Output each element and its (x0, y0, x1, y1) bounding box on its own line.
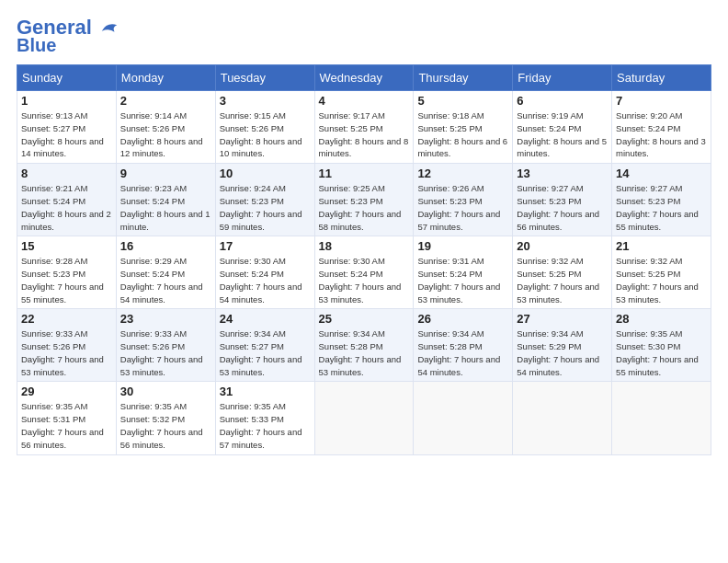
day-cell-7: 7 Sunrise: 9:20 AM Sunset: 5:24 PM Dayli… (612, 91, 711, 164)
weekday-header-saturday: Saturday (612, 65, 711, 91)
empty-cell (414, 382, 513, 454)
day-info: Sunrise: 9:27 AM Sunset: 5:23 PM Dayligh… (517, 182, 608, 233)
day-info: Sunrise: 9:28 AM Sunset: 5:23 PM Dayligh… (21, 255, 112, 305)
day-info: Sunrise: 9:23 AM Sunset: 5:24 PM Dayligh… (120, 182, 211, 233)
day-cell-9: 9 Sunrise: 9:23 AM Sunset: 5:24 PM Dayli… (116, 164, 215, 236)
day-info: Sunrise: 9:29 AM Sunset: 5:24 PM Dayligh… (120, 255, 211, 305)
day-info: Sunrise: 9:33 AM Sunset: 5:26 PM Dayligh… (120, 327, 211, 378)
day-cell-23: 23 Sunrise: 9:33 AM Sunset: 5:26 PM Dayl… (116, 309, 215, 382)
empty-cell (314, 382, 414, 454)
day-number: 17 (220, 239, 311, 253)
weekday-header-sunday: Sunday (17, 65, 117, 91)
day-number: 3 (220, 94, 311, 108)
day-cell-2: 2 Sunrise: 9:14 AM Sunset: 5:26 PM Dayli… (116, 91, 215, 164)
page-header: General Blue (17, 17, 711, 55)
day-number: 8 (21, 167, 112, 180)
day-cell-13: 13 Sunrise: 9:27 AM Sunset: 5:23 PM Dayl… (513, 164, 612, 236)
day-info: Sunrise: 9:35 AM Sunset: 5:33 PM Dayligh… (220, 400, 311, 451)
day-info: Sunrise: 9:27 AM Sunset: 5:23 PM Dayligh… (616, 182, 707, 233)
day-cell-4: 4 Sunrise: 9:17 AM Sunset: 5:25 PM Dayli… (314, 91, 414, 164)
day-cell-12: 12 Sunrise: 9:26 AM Sunset: 5:23 PM Dayl… (414, 164, 513, 236)
day-cell-19: 19 Sunrise: 9:31 AM Sunset: 5:24 PM Dayl… (414, 236, 513, 309)
weekday-header-monday: Monday (116, 65, 215, 91)
day-info: Sunrise: 9:31 AM Sunset: 5:24 PM Dayligh… (417, 255, 508, 305)
day-cell-3: 3 Sunrise: 9:15 AM Sunset: 5:26 PM Dayli… (215, 91, 314, 164)
day-cell-21: 21 Sunrise: 9:32 AM Sunset: 5:25 PM Dayl… (612, 236, 711, 309)
day-info: Sunrise: 9:32 AM Sunset: 5:25 PM Dayligh… (517, 255, 608, 305)
day-info: Sunrise: 9:20 AM Sunset: 5:24 PM Dayligh… (616, 109, 707, 160)
day-info: Sunrise: 9:21 AM Sunset: 5:24 PM Dayligh… (21, 182, 112, 233)
calendar-week-5: 29 Sunrise: 9:35 AM Sunset: 5:31 PM Dayl… (17, 382, 711, 454)
day-cell-10: 10 Sunrise: 9:24 AM Sunset: 5:23 PM Dayl… (215, 164, 314, 236)
day-number: 6 (517, 94, 608, 108)
day-number: 1 (21, 94, 112, 108)
logo-blue: Blue (17, 35, 56, 55)
weekday-header-tuesday: Tuesday (215, 65, 314, 91)
page-container: General Blue SundayMondayTuesdayWednesda… (0, 0, 728, 465)
day-info: Sunrise: 9:34 AM Sunset: 5:27 PM Dayligh… (220, 327, 311, 378)
day-info: Sunrise: 9:35 AM Sunset: 5:30 PM Dayligh… (616, 327, 707, 378)
calendar-week-2: 8 Sunrise: 9:21 AM Sunset: 5:24 PM Dayli… (17, 164, 711, 236)
day-cell-14: 14 Sunrise: 9:27 AM Sunset: 5:23 PM Dayl… (612, 164, 711, 236)
weekday-header-friday: Friday (513, 65, 612, 91)
day-number: 10 (220, 167, 311, 180)
day-cell-8: 8 Sunrise: 9:21 AM Sunset: 5:24 PM Dayli… (17, 164, 117, 236)
calendar-week-1: 1 Sunrise: 9:13 AM Sunset: 5:27 PM Dayli… (17, 91, 711, 164)
day-number: 30 (120, 385, 211, 398)
calendar-week-4: 22 Sunrise: 9:33 AM Sunset: 5:26 PM Dayl… (17, 309, 711, 382)
weekday-header-wednesday: Wednesday (314, 65, 414, 91)
weekday-header-row: SundayMondayTuesdayWednesdayThursdayFrid… (17, 65, 711, 91)
day-info: Sunrise: 9:34 AM Sunset: 5:29 PM Dayligh… (517, 327, 608, 378)
empty-cell (513, 382, 612, 454)
day-info: Sunrise: 9:26 AM Sunset: 5:23 PM Dayligh… (417, 182, 508, 233)
day-cell-16: 16 Sunrise: 9:29 AM Sunset: 5:24 PM Dayl… (116, 236, 215, 309)
day-cell-29: 29 Sunrise: 9:35 AM Sunset: 5:31 PM Dayl… (17, 382, 117, 454)
day-number: 5 (417, 94, 508, 108)
day-info: Sunrise: 9:13 AM Sunset: 5:27 PM Dayligh… (21, 109, 112, 160)
day-info: Sunrise: 9:33 AM Sunset: 5:26 PM Dayligh… (21, 327, 112, 378)
day-info: Sunrise: 9:32 AM Sunset: 5:25 PM Dayligh… (616, 255, 707, 305)
day-cell-26: 26 Sunrise: 9:34 AM Sunset: 5:28 PM Dayl… (414, 309, 513, 382)
day-number: 2 (120, 94, 211, 108)
day-info: Sunrise: 9:34 AM Sunset: 5:28 PM Dayligh… (319, 327, 410, 378)
day-info: Sunrise: 9:18 AM Sunset: 5:25 PM Dayligh… (417, 109, 508, 160)
day-number: 15 (21, 239, 112, 253)
day-number: 31 (220, 385, 311, 398)
day-cell-6: 6 Sunrise: 9:19 AM Sunset: 5:24 PM Dayli… (513, 91, 612, 164)
calendar-table: SundayMondayTuesdayWednesdayThursdayFrid… (17, 64, 711, 454)
day-info: Sunrise: 9:17 AM Sunset: 5:25 PM Dayligh… (319, 109, 410, 160)
day-number: 16 (120, 239, 211, 253)
day-number: 4 (319, 94, 410, 108)
day-number: 27 (517, 312, 608, 326)
day-cell-1: 1 Sunrise: 9:13 AM Sunset: 5:27 PM Dayli… (17, 91, 117, 164)
day-cell-15: 15 Sunrise: 9:28 AM Sunset: 5:23 PM Dayl… (17, 236, 117, 309)
day-cell-17: 17 Sunrise: 9:30 AM Sunset: 5:24 PM Dayl… (215, 236, 314, 309)
day-cell-28: 28 Sunrise: 9:35 AM Sunset: 5:30 PM Dayl… (612, 309, 711, 382)
day-number: 13 (517, 167, 608, 180)
day-cell-27: 27 Sunrise: 9:34 AM Sunset: 5:29 PM Dayl… (513, 309, 612, 382)
day-cell-31: 31 Sunrise: 9:35 AM Sunset: 5:33 PM Dayl… (215, 382, 314, 454)
day-cell-24: 24 Sunrise: 9:34 AM Sunset: 5:27 PM Dayl… (215, 309, 314, 382)
day-number: 11 (319, 167, 410, 180)
day-number: 22 (21, 312, 112, 326)
day-cell-20: 20 Sunrise: 9:32 AM Sunset: 5:25 PM Dayl… (513, 236, 612, 309)
day-cell-11: 11 Sunrise: 9:25 AM Sunset: 5:23 PM Dayl… (314, 164, 414, 236)
empty-cell (612, 382, 711, 454)
day-number: 29 (21, 385, 112, 398)
day-number: 14 (616, 167, 707, 180)
day-info: Sunrise: 9:30 AM Sunset: 5:24 PM Dayligh… (319, 255, 410, 305)
day-number: 25 (319, 312, 410, 326)
day-number: 24 (220, 312, 311, 326)
day-info: Sunrise: 9:35 AM Sunset: 5:32 PM Dayligh… (120, 400, 211, 451)
day-cell-25: 25 Sunrise: 9:34 AM Sunset: 5:28 PM Dayl… (314, 309, 414, 382)
day-info: Sunrise: 9:24 AM Sunset: 5:23 PM Dayligh… (220, 182, 311, 233)
weekday-header-thursday: Thursday (414, 65, 513, 91)
day-cell-18: 18 Sunrise: 9:30 AM Sunset: 5:24 PM Dayl… (314, 236, 414, 309)
day-number: 9 (120, 167, 211, 180)
day-info: Sunrise: 9:14 AM Sunset: 5:26 PM Dayligh… (120, 109, 211, 160)
day-cell-22: 22 Sunrise: 9:33 AM Sunset: 5:26 PM Dayl… (17, 309, 117, 382)
day-number: 7 (616, 94, 707, 108)
day-number: 28 (616, 312, 707, 326)
day-cell-5: 5 Sunrise: 9:18 AM Sunset: 5:25 PM Dayli… (414, 91, 513, 164)
day-number: 23 (120, 312, 211, 326)
